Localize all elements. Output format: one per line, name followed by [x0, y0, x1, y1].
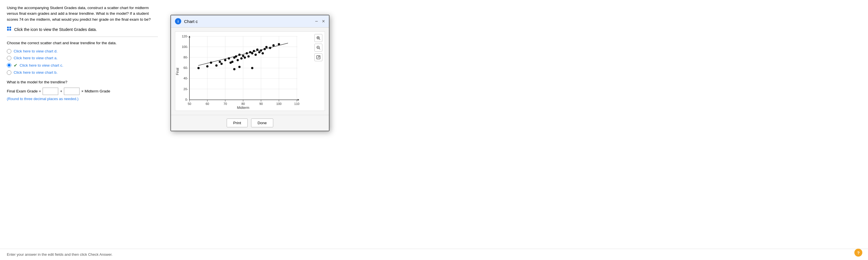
scatter-chart: Final	[175, 35, 312, 108]
choose-text: Choose the correct scatter chart and lin…	[7, 41, 158, 45]
svg-line-81	[319, 39, 320, 40]
svg-point-64	[249, 51, 251, 53]
svg-rect-1	[9, 27, 11, 28]
modal-title: Chart c	[184, 19, 311, 24]
bottom-bar-text: Enter your answer in the edit fields and…	[7, 252, 113, 257]
modal-body: Final	[171, 28, 329, 115]
svg-point-51	[224, 59, 226, 61]
option-a: Click here to view chart a.	[7, 56, 158, 61]
model-question: What is the model for the trendline?	[7, 80, 158, 84]
link-chart-b[interactable]: Click here to view chart b.	[13, 70, 58, 75]
svg-marker-28	[298, 99, 299, 101]
svg-text:0-: 0-	[185, 98, 188, 101]
radio-c[interactable]	[7, 63, 11, 68]
svg-text:90: 90	[259, 102, 263, 106]
zoom-out-button[interactable]	[314, 44, 322, 51]
modal-controls: − ×	[314, 18, 325, 24]
close-button[interactable]: ×	[322, 18, 325, 24]
svg-text:80: 80	[241, 102, 245, 106]
svg-marker-27	[189, 36, 190, 37]
check-icon: ✔	[13, 63, 17, 68]
print-button[interactable]: Print	[227, 118, 248, 127]
svg-text:40-: 40-	[184, 77, 188, 80]
equation-input-2[interactable]	[64, 87, 80, 95]
svg-point-70	[260, 49, 262, 51]
svg-text:60: 60	[206, 102, 209, 106]
svg-text:Final: Final	[176, 68, 180, 75]
svg-text:60-: 60-	[184, 66, 188, 70]
help-icon[interactable]: ?	[855, 249, 862, 257]
svg-point-59	[240, 57, 243, 60]
svg-point-72	[264, 48, 266, 50]
chart-toolbar	[314, 34, 322, 61]
svg-point-71	[261, 52, 264, 54]
radio-options: Click here to view chart d. Click here t…	[7, 49, 158, 75]
svg-text:120-: 120-	[182, 35, 188, 38]
svg-line-85	[319, 48, 320, 50]
svg-rect-3	[9, 29, 11, 31]
option-d: Click here to view chart d.	[7, 49, 158, 53]
svg-point-65	[251, 52, 253, 54]
svg-point-46	[206, 65, 209, 68]
equation-row: Final Exam Grade = + × Midterm Grade	[7, 87, 158, 95]
svg-text:50: 50	[188, 102, 191, 106]
equation-input-1[interactable]	[42, 87, 58, 95]
svg-rect-2	[7, 29, 9, 31]
svg-point-75	[272, 44, 275, 46]
minimize-button[interactable]: −	[314, 19, 319, 24]
svg-point-45	[197, 67, 200, 69]
radio-b[interactable]	[7, 70, 11, 75]
option-b: Click here to view chart b.	[7, 70, 158, 75]
round-note: (Round to three decimal places as needed…	[7, 97, 158, 101]
chart-modal: i Chart c − × Final	[170, 15, 330, 131]
svg-point-69	[258, 51, 260, 53]
svg-text:Midterm: Midterm	[237, 106, 249, 110]
question-text: Using the accompanying Student Grades da…	[7, 5, 158, 23]
svg-text:80-: 80-	[184, 55, 188, 59]
link-chart-c[interactable]: Click here to view chart c.	[20, 63, 63, 68]
svg-point-78	[238, 66, 241, 68]
svg-point-56	[235, 55, 237, 58]
svg-point-61	[244, 57, 246, 59]
svg-text:70: 70	[223, 102, 227, 106]
link-chart-a[interactable]: Click here to view chart a.	[13, 56, 58, 60]
svg-point-52	[228, 57, 230, 60]
chart-container: Final	[175, 32, 325, 111]
svg-point-49	[219, 61, 221, 63]
grid-icon[interactable]	[7, 26, 12, 33]
svg-point-74	[269, 47, 271, 49]
equation-prefix: Final Exam Grade =	[7, 89, 41, 93]
zoom-in-button[interactable]	[314, 34, 322, 42]
svg-text:100: 100	[276, 102, 281, 106]
svg-point-60	[242, 55, 244, 57]
svg-rect-0	[7, 27, 9, 28]
svg-text:100-: 100-	[182, 45, 188, 48]
link-chart-d[interactable]: Click here to view chart d.	[13, 49, 58, 53]
svg-point-48	[215, 64, 218, 67]
svg-point-57	[237, 59, 239, 61]
modal-header: i Chart c − ×	[171, 15, 329, 28]
svg-point-63	[247, 55, 250, 58]
radio-a[interactable]	[7, 56, 11, 61]
equation-plus: +	[60, 89, 62, 93]
svg-point-54	[231, 61, 234, 63]
export-button[interactable]	[314, 53, 322, 61]
info-icon: i	[175, 18, 181, 24]
option-c: ✔ Click here to view chart c.	[7, 63, 158, 68]
svg-text:20-: 20-	[184, 87, 188, 91]
radio-d[interactable]	[7, 49, 11, 53]
svg-point-50	[220, 63, 223, 65]
modal-footer: Print Done	[171, 115, 329, 131]
svg-point-79	[233, 68, 236, 70]
equation-times: × Midterm Grade	[81, 89, 110, 93]
done-button[interactable]: Done	[251, 118, 273, 127]
svg-point-62	[246, 52, 248, 54]
svg-point-67	[254, 53, 257, 56]
svg-point-76	[278, 43, 280, 45]
svg-point-68	[256, 48, 258, 51]
bottom-bar: Enter your answer in the edit fields and…	[0, 249, 868, 260]
svg-point-66	[253, 50, 255, 52]
svg-text:110: 110	[294, 102, 299, 106]
svg-point-77	[251, 67, 253, 69]
svg-point-47	[210, 62, 212, 64]
